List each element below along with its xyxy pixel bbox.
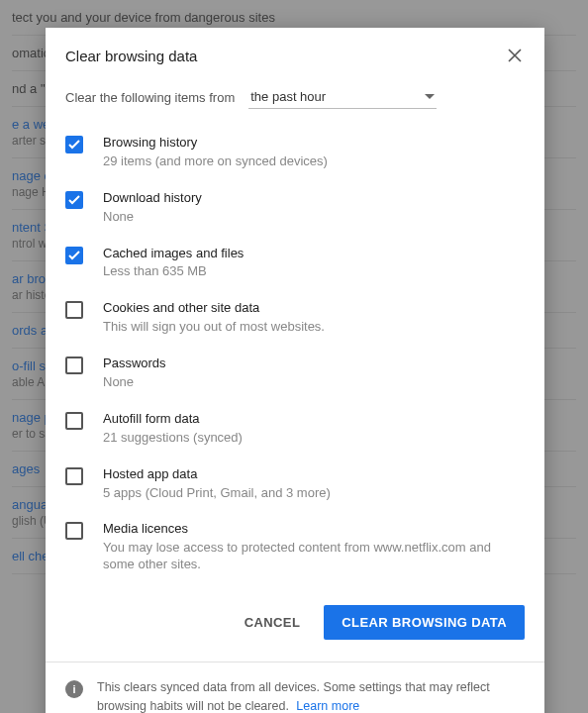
item-label: Passwords xyxy=(103,356,166,372)
item-sublabel: 21 suggestions (synced) xyxy=(103,430,243,447)
checkbox[interactable] xyxy=(65,247,83,264)
chevron-down-icon xyxy=(425,94,435,100)
check-icon xyxy=(68,195,80,205)
dialog-title: Clear browsing data xyxy=(65,48,197,64)
footer-note: This clears synced data from all devices… xyxy=(97,678,525,713)
item-sublabel: None xyxy=(103,209,202,226)
item-sublabel: This will sign you out of most websites. xyxy=(103,319,325,336)
checkbox[interactable] xyxy=(65,522,83,540)
clear-data-button[interactable]: CLEAR BROWSING DATA xyxy=(324,605,525,640)
time-range-label: Clear the following items from xyxy=(65,90,235,105)
clear-item-row: Download historyNone xyxy=(65,180,525,236)
checkbox[interactable] xyxy=(65,412,83,430)
clear-items-list: Browsing history29 items (and more on sy… xyxy=(46,125,544,583)
item-label: Browsing history xyxy=(103,135,328,152)
clear-item-row: Hosted app data5 apps (Cloud Print, Gmai… xyxy=(65,457,525,512)
item-label: Autofill form data xyxy=(103,411,243,428)
checkbox[interactable] xyxy=(65,136,83,153)
clear-item-row: Media licencesYou may lose access to pro… xyxy=(65,511,525,583)
item-label: Media licences xyxy=(103,521,525,538)
checkbox[interactable] xyxy=(65,467,83,485)
info-icon: i xyxy=(65,680,83,698)
clear-item-row: Autofill form data21 suggestions (synced… xyxy=(65,401,525,457)
clear-item-row: PasswordsNone xyxy=(65,346,525,401)
item-label: Download history xyxy=(103,190,202,207)
time-range-dropdown[interactable]: the past hour xyxy=(248,85,437,109)
clear-item-row: Browsing history29 items (and more on sy… xyxy=(65,125,525,180)
item-label: Cached images and files xyxy=(103,246,244,262)
item-sublabel: 5 apps (Cloud Print, Gmail, and 3 more) xyxy=(103,485,331,502)
checkbox[interactable] xyxy=(65,191,83,209)
item-sublabel: None xyxy=(103,374,166,391)
cancel-button[interactable]: CANCEL xyxy=(239,605,307,640)
clear-browsing-data-dialog: Clear browsing data Clear the following … xyxy=(46,28,544,713)
checkbox[interactable] xyxy=(65,301,83,319)
item-label: Cookies and other site data xyxy=(103,300,325,317)
item-label: Hosted app data xyxy=(103,466,331,483)
clear-item-row: Cached images and filesLess than 635 MB xyxy=(65,236,525,291)
checkbox[interactable] xyxy=(65,356,83,374)
time-range-value: the past hour xyxy=(250,89,326,104)
clear-item-row: Cookies and other site dataThis will sig… xyxy=(65,290,525,346)
check-icon xyxy=(68,251,80,260)
item-sublabel: 29 items (and more on synced devices) xyxy=(103,153,328,170)
learn-more-link[interactable]: Learn more xyxy=(296,699,359,713)
item-sublabel: You may lose access to protected content… xyxy=(103,540,525,573)
close-icon xyxy=(508,49,522,62)
item-sublabel: Less than 635 MB xyxy=(103,263,244,280)
check-icon xyxy=(68,140,80,150)
close-button[interactable] xyxy=(505,46,525,65)
